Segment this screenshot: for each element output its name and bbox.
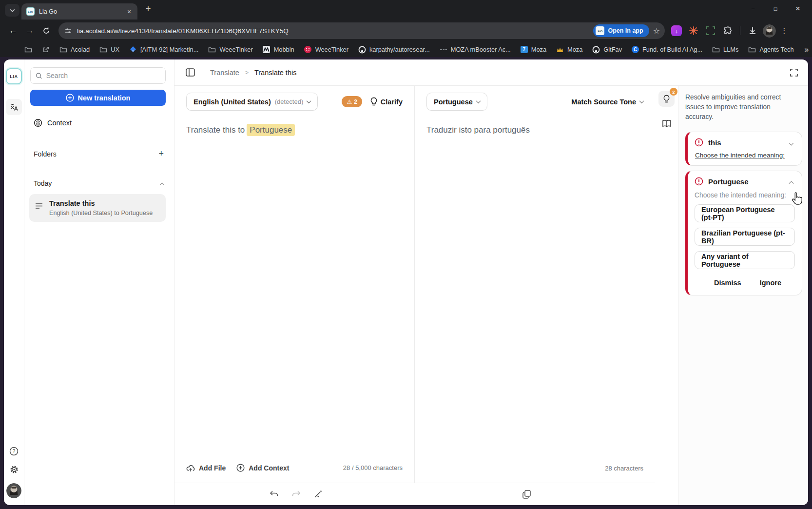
- bookmark-item[interactable]: WeeeTinker: [204, 44, 256, 55]
- sidebar-toggle-icon[interactable]: [186, 68, 195, 77]
- tone-selector[interactable]: Match Source Tone: [571, 98, 643, 106]
- bookmark-item[interactable]: GitFav: [588, 44, 626, 55]
- folder-icon: [712, 46, 720, 54]
- issue-term[interactable]: this: [708, 138, 721, 147]
- bookmarks-bar: Acolad UX [AITM-92] Marketin... WeeeTink…: [0, 42, 812, 57]
- bookmark-item[interactable]: [20, 44, 36, 55]
- corner-brackets-icon: [706, 26, 715, 36]
- search-box[interactable]: [30, 67, 166, 84]
- issue-card-portuguese[interactable]: Portuguese Choose the intended meaning: …: [685, 171, 802, 295]
- bookmark-item[interactable]: karpathy/autoresear...: [354, 44, 434, 55]
- breadcrumb-chevron: >: [245, 69, 249, 76]
- add-file-button[interactable]: Add File: [186, 464, 226, 472]
- new-translation-button[interactable]: New translation: [30, 90, 166, 106]
- url-text[interactable]: lia.acolad.ai/w/treze4134/translate/01KM…: [77, 27, 593, 35]
- bookmark-item[interactable]: [38, 44, 54, 55]
- tab-close-button[interactable]: ×: [125, 7, 134, 16]
- user-avatar[interactable]: [6, 483, 21, 498]
- bookmark-item[interactable]: [AITM-92] Marketin...: [125, 44, 202, 55]
- translate-nav-button[interactable]: [6, 99, 22, 115]
- maximize-button[interactable]: □: [764, 0, 787, 18]
- new-translation-label: New translation: [78, 94, 131, 102]
- forward-button[interactable]: →: [21, 22, 38, 39]
- window-close-button[interactable]: ×: [787, 0, 809, 18]
- tab-search-button[interactable]: [5, 4, 19, 17]
- fullscreen-button[interactable]: [790, 68, 798, 77]
- help-icon[interactable]: ?: [9, 447, 19, 456]
- breadcrumb-parent[interactable]: Translate: [210, 69, 239, 77]
- search-input[interactable]: [46, 72, 160, 79]
- lia-logo[interactable]: LIA: [6, 68, 22, 84]
- source-text-highlight[interactable]: Portuguese: [247, 124, 295, 136]
- choose-meaning-link[interactable]: Choose the intended meaning:: [695, 152, 795, 159]
- redo-icon: [291, 490, 301, 498]
- reload-button[interactable]: [38, 22, 55, 39]
- option-pt-br-button[interactable]: Brazilian Portuguese (pt-BR): [695, 228, 795, 246]
- clarify-button[interactable]: Clarify: [370, 97, 403, 106]
- browser-menu-button[interactable]: ⋮: [779, 26, 789, 35]
- new-tab-button[interactable]: +: [142, 3, 154, 14]
- screen: LIA Lia Go × + − □ × ← → lia.acolad.ai/w…: [0, 0, 812, 509]
- c-badge-icon: C: [632, 46, 639, 53]
- bookmark-item[interactable]: Agents Tech: [744, 44, 797, 55]
- warning-badge[interactable]: ⚠ 2: [342, 96, 362, 107]
- downloads-button[interactable]: [746, 24, 759, 38]
- download-extension-icon[interactable]: ↓: [670, 24, 683, 38]
- puzzle-icon: [723, 26, 733, 36]
- starburst-extension-icon[interactable]: [687, 24, 700, 38]
- bookmark-star-icon[interactable]: ☆: [653, 26, 660, 36]
- copy-button[interactable]: [518, 486, 535, 503]
- settings-gear-icon[interactable]: [9, 465, 19, 474]
- bookmark-item[interactable]: 7Moza: [517, 44, 550, 55]
- site-settings-icon[interactable]: [64, 27, 72, 35]
- back-button[interactable]: ←: [5, 22, 21, 39]
- issues-tab-button[interactable]: 2: [658, 91, 675, 107]
- magic-wand-button[interactable]: [309, 486, 327, 503]
- tone-label: Match Source Tone: [571, 98, 636, 106]
- bookmark-label: Moza: [531, 46, 546, 53]
- purple-arrow-icon: ↓: [671, 25, 682, 36]
- bookmark-item[interactable]: Moza: [552, 44, 586, 55]
- bookmarks-overflow-button[interactable]: »: [800, 45, 812, 54]
- source-language-selector[interactable]: English (United States) (detected): [186, 93, 318, 111]
- bookmark-item[interactable]: LLMs: [708, 44, 742, 55]
- bookmark-label: Acolad: [71, 46, 90, 53]
- bookmark-item[interactable]: MOZA mBooster Ac...: [436, 44, 515, 55]
- issue-card-this[interactable]: this Choose the intended meaning:: [685, 132, 802, 166]
- issue-term[interactable]: Portuguese: [708, 177, 749, 186]
- target-language-selector[interactable]: Portuguese: [426, 93, 487, 111]
- add-context-button[interactable]: Add Context: [236, 464, 289, 472]
- open-in-app-label: Open in app: [608, 27, 643, 34]
- rail-bottom: ?: [6, 447, 21, 505]
- address-bar[interactable]: lia.acolad.ai/w/treze4134/translate/01KM…: [58, 22, 665, 39]
- sidebar-item-context[interactable]: Context: [30, 118, 166, 127]
- glossary-tab-button[interactable]: [658, 116, 675, 132]
- undo-button[interactable]: [265, 486, 283, 503]
- minimize-button[interactable]: −: [742, 0, 764, 18]
- open-in-app-button[interactable]: LIA Open in app: [593, 24, 649, 37]
- target-text[interactable]: Traduzir isto para português: [426, 125, 643, 465]
- sidebar: New translation Context Folders + Today: [24, 59, 174, 505]
- option-any-variant-button[interactable]: Any variant of Portuguese: [695, 251, 795, 269]
- bookmark-item[interactable]: Acolad: [56, 44, 94, 55]
- browser-tab[interactable]: LIA Lia Go ×: [21, 3, 137, 20]
- bookmark-item[interactable]: Mobbin: [259, 44, 298, 55]
- option-pt-pt-button[interactable]: European Portuguese (pt-PT): [695, 204, 795, 222]
- bookmark-item[interactable]: CFund. of Build AI Ag...: [628, 44, 706, 55]
- dismiss-button[interactable]: Dismiss: [714, 279, 741, 287]
- today-label: Today: [34, 179, 52, 187]
- bookmark-label: WeeeTinker: [219, 46, 252, 53]
- history-item-translate-this[interactable]: Translate this English (United States) t…: [29, 194, 166, 222]
- extensions-puzzle-button[interactable]: [721, 24, 735, 38]
- ignore-button[interactable]: Ignore: [760, 279, 781, 287]
- add-folder-button[interactable]: +: [158, 149, 164, 159]
- source-text[interactable]: Translate this toPortuguese: [186, 125, 403, 464]
- expand-issue-button[interactable]: [790, 138, 795, 147]
- bookmark-item[interactable]: UX: [96, 44, 123, 55]
- collapse-issue-button[interactable]: [790, 177, 795, 186]
- redo-button[interactable]: [287, 486, 305, 503]
- capture-extension-icon[interactable]: [704, 24, 717, 38]
- bookmark-item[interactable]: WeeeTinker: [300, 44, 352, 55]
- browser-profile-avatar[interactable]: [763, 24, 776, 38]
- today-section-header[interactable]: Today: [30, 179, 166, 187]
